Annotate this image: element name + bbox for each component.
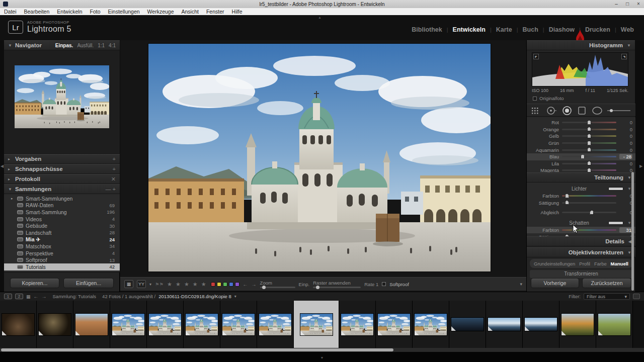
filmstrip-thumb-10[interactable] — [376, 301, 413, 348]
titlebar[interactable]: lr5_testbilder - Adobe Photoshop Lightro… — [0, 0, 644, 8]
slider-track[interactable] — [562, 212, 616, 213]
lens-tab-farbe[interactable]: Farbe — [594, 261, 607, 266]
filmstrip-thumb-12[interactable] — [449, 301, 486, 348]
menu-foto[interactable]: Foto — [90, 9, 101, 15]
slider-track[interactable] — [562, 135, 616, 137]
panel-vorgaben[interactable]: ▸ Vorgaben + — [4, 154, 120, 164]
lens-tab-profil[interactable]: Profil — [579, 261, 590, 266]
slider-thumb[interactable] — [587, 120, 591, 125]
lens-corrections-header[interactable]: Objektivkorrekturen ▼ — [527, 247, 635, 257]
go-forward-icon[interactable]: → — [42, 294, 47, 299]
menu-fenster[interactable]: Fenster — [206, 9, 224, 15]
filter-toggle[interactable] — [633, 294, 640, 299]
slider-track[interactable] — [562, 163, 616, 164]
left-panel-collapse-arrow[interactable]: ◀ — [0, 40, 4, 292]
create-preset-icon[interactable]: + — [113, 156, 116, 162]
menu-bearbeiten[interactable]: Bearbeiten — [24, 9, 50, 15]
nav-zoom-Einpas[interactable]: Einpas. — [55, 43, 73, 48]
module-drucken[interactable]: Drucken — [585, 26, 610, 33]
slider-track[interactable] — [562, 202, 616, 204]
collapse-bottom-icon[interactable]: ▼ — [320, 356, 324, 359]
filmstrip-thumb-3[interactable] — [110, 301, 147, 348]
lens-tab-grundeinstellungen[interactable]: Grundeinstellungen — [534, 261, 575, 266]
slider-track[interactable] — [562, 122, 616, 123]
go-back-icon[interactable]: ← — [34, 294, 39, 299]
slider-track[interactable] — [562, 142, 616, 144]
filmstrip-thumb-1[interactable] — [37, 301, 73, 348]
panel-sammlungen[interactable]: ▼ Sammlungen — + — [4, 184, 120, 194]
slider-track[interactable] — [562, 149, 616, 151]
slider-track[interactable] — [562, 156, 616, 157]
filmstrip-thumb-2[interactable] — [73, 301, 110, 348]
collection-smart-sammlungen[interactable]: ▸Smart-Sammlungen — [4, 195, 120, 202]
module-bibliothek[interactable]: Bibliothek — [412, 26, 442, 33]
panel-protokoll[interactable]: ▸ Protokoll ✕ — [4, 174, 120, 184]
right-panel-collapse-arrow[interactable]: ▶ — [638, 40, 644, 292]
second-window-icon[interactable]: 2 — [15, 294, 23, 299]
slider-thumb[interactable] — [565, 194, 569, 198]
navigator-preview[interactable] — [15, 65, 109, 128]
minimize-button[interactable]: – — [613, 1, 620, 8]
next-photo-icon[interactable]: → — [252, 282, 257, 287]
slider-thumb[interactable] — [587, 134, 591, 138]
slider-thumb[interactable] — [587, 141, 591, 145]
previous-button[interactable]: Vorherige — [531, 278, 579, 288]
nav-zoom-4:1[interactable]: 4:1 — [109, 43, 116, 48]
collection-perspektive[interactable]: Perspektive4 — [4, 250, 120, 257]
collection-matschbox[interactable]: Matschbox34 — [4, 243, 120, 250]
module-web[interactable]: Web — [621, 26, 634, 33]
create-snapshot-icon[interactable]: + — [113, 166, 116, 172]
filmstrip-thumb-7[interactable] — [257, 301, 294, 348]
maximize-button[interactable]: □ — [624, 1, 631, 8]
filmstrip-caret-icon[interactable]: ▾ — [234, 294, 236, 299]
color-label-2[interactable] — [223, 282, 227, 287]
filter-dropdown[interactable]: Filter aus ▾ — [584, 293, 630, 300]
grid-view-icon[interactable]: ▦ — [26, 294, 31, 299]
highlight-clipping-indicator[interactable]: ◥ — [621, 54, 627, 59]
fit-label[interactable]: Einp. — [299, 282, 310, 287]
nav-zoom-1:1[interactable]: 1:1 — [98, 43, 105, 48]
menu-hilfe[interactable]: Hilfe — [232, 9, 243, 15]
grid-overlay-slider[interactable] — [313, 287, 361, 288]
filmstrip-thumb-16[interactable] — [596, 301, 633, 348]
slider-thumb[interactable] — [587, 127, 591, 131]
filmstrip-filename[interactable]: 20130611-DSC02918.dng/Kopie 8 — [158, 294, 231, 299]
slider-thumb[interactable] — [587, 161, 591, 165]
softproof-checkbox[interactable] — [382, 282, 386, 286]
toolbar-caret-icon[interactable]: ▾ — [520, 282, 522, 287]
menu-datei[interactable]: Datei — [4, 9, 17, 15]
slider-thumb[interactable] — [590, 210, 594, 215]
filmstrip-thumb-0[interactable] — [0, 301, 37, 348]
collection-smart-sammlung[interactable]: Smart-Sammlung196 — [4, 209, 120, 216]
color-label-3[interactable] — [229, 282, 233, 287]
details-header[interactable]: Details ◀ — [527, 236, 635, 246]
navigator-header[interactable]: ▼ Navigator Einpas.Ausfüll.1:14:1 — [4, 40, 120, 50]
star-rating[interactable]: ★ ★ ★ ★ ★ — [167, 281, 207, 288]
right-panel-scrollbar[interactable] — [631, 172, 634, 291]
filmstrip-thumb-9[interactable] — [339, 301, 376, 348]
filmstrip-thumb-13[interactable] — [486, 301, 523, 348]
menu-ansicht[interactable]: Ansicht — [182, 9, 199, 15]
split-toning-header[interactable]: Teiltonung ▼ — [527, 172, 635, 183]
filmstrip-source[interactable]: Sammlung: Tutorials — [53, 294, 97, 299]
shadow-clipping-indicator[interactable]: ◤ — [533, 54, 539, 59]
filmstrip-thumb-5[interactable] — [184, 301, 220, 348]
collection-raw-daten[interactable]: RAW-Daten69 — [4, 202, 120, 209]
collection-mia-[interactable]: Mia ✈24 — [4, 236, 120, 243]
collection-videos[interactable]: Videos4 — [4, 216, 120, 223]
paste-settings-button[interactable]: Einfügen... — [63, 278, 114, 288]
module-buch[interactable]: Buch — [523, 26, 538, 33]
highlights-color-swatch[interactable] — [608, 187, 623, 191]
slider-track[interactable] — [562, 229, 616, 231]
slider-track[interactable] — [562, 129, 616, 130]
filmstrip-thumb-6[interactable] — [220, 301, 257, 348]
filmstrip-scrollbar[interactable] — [1, 348, 393, 351]
before-after-icon[interactable]: YY — [137, 280, 146, 288]
collapse-top-icon[interactable]: ▲ — [318, 16, 321, 19]
rate-label[interactable]: Rate 1 — [364, 282, 378, 287]
collection-landschaft[interactable]: Landschaft28 — [4, 229, 120, 236]
color-label-1[interactable] — [217, 282, 221, 287]
view-caret-icon[interactable]: ▾ — [149, 282, 151, 287]
filmstrip-thumb-15[interactable] — [559, 301, 596, 348]
add-collection-icon[interactable]: — + — [106, 186, 116, 192]
